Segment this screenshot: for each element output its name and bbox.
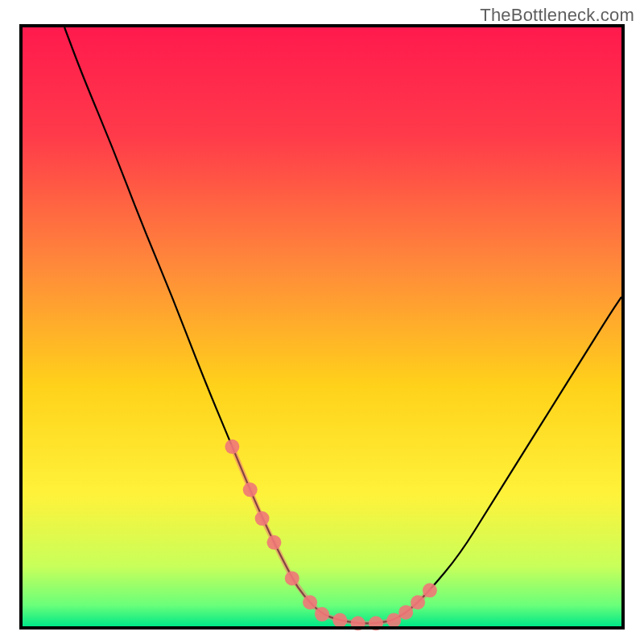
chart-canvas <box>0 0 644 644</box>
optimal-point <box>411 595 425 609</box>
optimal-point <box>225 440 239 454</box>
optimal-point <box>255 511 270 526</box>
optimal-point <box>332 613 347 628</box>
bottleneck-chart: TheBottleneck.com <box>0 0 644 644</box>
optimal-point <box>243 482 258 497</box>
optimal-point <box>266 535 281 550</box>
watermark-text: TheBottleneck.com <box>480 5 634 26</box>
optimal-point <box>315 607 329 621</box>
optimal-point <box>285 571 299 585</box>
optimal-point <box>303 595 317 609</box>
optimal-point <box>386 613 401 628</box>
optimal-point <box>423 583 437 597</box>
optimal-point <box>398 605 413 620</box>
gradient-background <box>23 27 621 626</box>
